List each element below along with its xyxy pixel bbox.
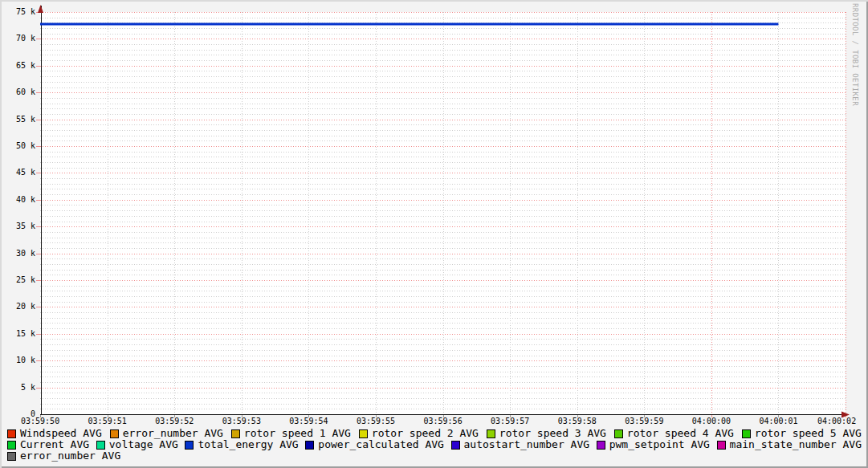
y-tick-label: 10 k [0, 356, 35, 365]
y-tick-label: 20 k [0, 302, 35, 311]
x-tick-label: 03:59:52 [155, 417, 194, 426]
x-tick-label: 04:00:02 [817, 417, 856, 426]
legend-swatch [96, 441, 105, 450]
x-tick-label: 03:59:51 [88, 417, 127, 426]
legend-swatch [359, 429, 368, 438]
legend-label: Windspeed AVG [20, 428, 102, 439]
legend-item: power_calculated AVG [305, 439, 444, 450]
legend-swatch [597, 441, 605, 450]
legend-row: Windspeed AVGerror_number AVGrotor speed… [7, 428, 862, 439]
legend-swatch [110, 429, 119, 438]
y-tick-label: 40 k [0, 195, 35, 205]
x-tick-label: 03:59:56 [424, 417, 463, 426]
x-tick-label: 03:59:55 [357, 417, 395, 426]
y-tick-label: 65 k [0, 61, 35, 71]
x-tick-label: 04:00:01 [759, 417, 797, 426]
y-tick-label: 30 k [0, 249, 35, 258]
y-tick-label: 35 k [0, 222, 35, 231]
legend-label: error_number AVG [20, 450, 120, 462]
legend-swatch [742, 429, 751, 438]
legend-item: main_state_number AVG [717, 439, 862, 450]
legend-row: error_number AVG [7, 450, 862, 462]
legend-label: rotor speed 3 AVG [499, 428, 606, 439]
x-tick-label: 03:59:58 [558, 417, 597, 426]
legend-item: autostart_number AVG [451, 439, 590, 450]
legend-item: voltage AVG [96, 439, 178, 450]
legend-label: power_calculated AVG [318, 439, 444, 450]
plot-area [0, 0, 868, 468]
y-tick-label: 25 k [0, 275, 35, 285]
legend-row: Current AVGvoltage AVGtotal_energy AVGpo… [7, 439, 862, 450]
legend-swatch [7, 452, 16, 461]
legend-swatch [614, 429, 623, 438]
legend: Windspeed AVGerror_number AVGrotor speed… [7, 428, 862, 462]
y-tick-label: 75 k [0, 7, 35, 17]
legend-label: total_energy AVG [198, 439, 298, 450]
legend-item: Windspeed AVG [7, 428, 102, 439]
legend-swatch [7, 429, 16, 438]
legend-label: rotor speed 4 AVG [627, 428, 734, 439]
legend-item: rotor speed 5 AVG [742, 428, 862, 439]
watermark: RRDTOOL / TOBI OETIKER [851, 3, 859, 106]
y-tick-label: 15 k [0, 329, 35, 339]
x-tick-label: 03:59:54 [289, 417, 328, 426]
x-tick-label: 03:59:50 [21, 417, 59, 426]
x-tick-label: 03:59:57 [491, 417, 529, 426]
y-tick-label: 55 k [0, 115, 35, 124]
legend-swatch [451, 441, 460, 450]
legend-swatch [717, 441, 726, 450]
x-tick-label: 03:59:53 [222, 417, 261, 426]
legend-label: main_state_number AVG [730, 439, 862, 450]
x-tick-label: 03:59:59 [625, 417, 663, 426]
legend-label: voltage AVG [109, 439, 178, 450]
x-tick-label: 04:00:00 [692, 417, 731, 426]
legend-swatch [7, 441, 16, 450]
y-tick-label: 45 k [0, 168, 35, 177]
legend-item: error_number AVG [7, 450, 120, 462]
rrdtool-graph: 05 k10 k15 k20 k25 k30 k35 k40 k45 k50 k… [0, 0, 868, 468]
y-tick-label: 50 k [0, 141, 35, 151]
legend-label: pwm_setpoint AVG [609, 439, 710, 450]
legend-item: rotor speed 2 AVG [359, 428, 479, 439]
legend-item: rotor speed 3 AVG [487, 428, 606, 439]
legend-item: rotor speed 1 AVG [231, 428, 351, 439]
legend-swatch [487, 429, 495, 438]
legend-item: Current AVG [7, 439, 89, 450]
legend-label: rotor speed 5 AVG [755, 428, 862, 439]
legend-swatch [231, 429, 240, 438]
legend-label: rotor speed 2 AVG [372, 428, 479, 439]
legend-item: pwm_setpoint AVG [597, 439, 710, 450]
legend-label: Current AVG [20, 439, 89, 450]
legend-swatch [185, 441, 194, 450]
legend-label: autostart_number AVG [464, 439, 590, 450]
y-tick-label: 5 k [0, 383, 35, 393]
legend-swatch [305, 441, 314, 450]
legend-item: error_number AVG [110, 428, 223, 439]
legend-item: rotor speed 4 AVG [614, 428, 734, 439]
legend-label: rotor speed 1 AVG [244, 428, 351, 439]
y-tick-label: 60 k [0, 87, 35, 97]
y-tick-label: 70 k [0, 34, 35, 43]
legend-item: total_energy AVG [185, 439, 298, 450]
legend-label: error_number AVG [123, 428, 223, 439]
